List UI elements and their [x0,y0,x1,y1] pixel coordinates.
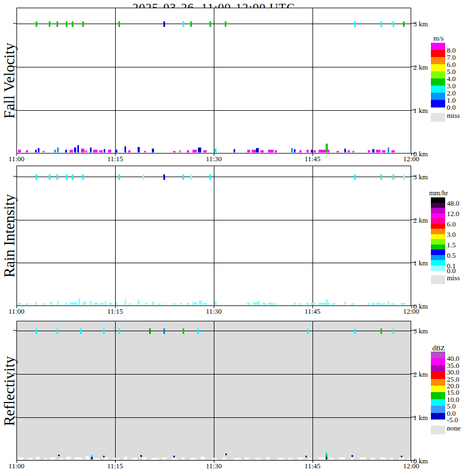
colorbar-block [431,250,445,255]
echo-speck-surface [326,299,328,305]
time-tick-label: 11:00 [4,155,29,163]
panel-fall-velocity [16,8,411,154]
echo-speck-3km [56,174,58,180]
echo-speck-surface [201,457,205,460]
echo-speck-surface [329,458,334,460]
echo-speck-surface [138,300,140,305]
echo-speck-3km [56,328,58,334]
colorbar-tick-label: 6.0 [447,220,456,227]
echo-speck-surface [54,150,56,152]
echo-speck-surface [192,150,197,152]
echo-speck-surface [351,455,353,457]
echo-speck-surface [223,457,226,460]
echo-speck-surface [326,144,328,152]
echo-speck-surface [212,458,217,460]
colorbar-block [431,392,445,399]
colorbar-block [431,93,445,100]
colorbar-block [431,352,445,359]
km-tick [411,66,416,67]
echo-speck-surface [199,301,202,305]
time-tick [411,306,412,308]
colorbar-block [431,71,445,79]
time-tick-label: 11:30 [201,308,226,315]
time-gridline [115,166,116,305]
colorbar-tick-label: 0.5 [447,251,456,258]
echo-speck-surface [173,456,175,457]
colorbar-missing-label: miss [447,274,460,281]
echo-speck-3km [354,21,356,27]
time-height-chart: 2025-03-26 11:00-12:00 UTC Fall Velocity… [0,0,466,476]
echo-speck-surface [399,457,405,460]
echo-speck-surface [275,150,277,152]
echo-speck-surface [90,148,92,152]
echo-speck-3km [197,328,199,334]
colorbar-missing-label: miss [447,112,460,119]
km-tick-label: 1 km [413,107,428,114]
echo-speck-surface [234,458,241,460]
echo-speck-surface [203,150,207,152]
echo-speck-surface [256,148,259,152]
echo-speck-surface [298,457,303,460]
echo-speck-surface [245,457,249,460]
colorbar-block [431,255,445,260]
colorbar-block [431,64,445,72]
km-tick [411,417,416,417]
echo-speck-surface [348,150,350,152]
echo-speck-surface [332,303,336,305]
echo-speck-surface [172,458,177,460]
echo-speck-surface [319,457,326,460]
echo-speck-surface [18,303,21,305]
panel-label-reflectivity: Reflectivity [1,356,18,426]
colorbar-block [431,208,445,213]
km-tick [13,417,16,417]
echo-speck-surface [339,457,345,460]
echo-speck-surface [360,457,366,460]
echo-speck-surface [192,302,197,305]
colorbar-block [431,203,445,208]
km-tick [411,153,416,154]
colorbar-block [431,57,445,65]
colorbar-block [431,265,445,271]
echo-speck-surface [311,303,315,305]
echo-speck-surface [57,301,59,305]
time-tick-label: 11:30 [201,155,226,163]
echo-speck-surface [104,457,108,460]
km-tick [411,330,416,331]
echo-speck-surface [382,303,385,305]
echo-speck-surface [83,302,86,305]
colorbar-block [431,399,445,406]
echo-speck-surface [38,148,39,152]
echo-speck-surface [277,458,284,460]
echo-speck-surface [91,457,93,460]
time-gridline [312,321,313,460]
echo-speck-3km [82,21,84,27]
echo-speck-surface [173,151,175,152]
echo-speck-surface [65,303,67,305]
echo-speck-surface [124,299,126,305]
echo-speck-surface [388,301,389,305]
time-gridline [214,8,214,153]
echo-speck-surface [380,457,385,460]
echo-speck-surface [43,151,44,152]
time-tick [115,154,116,156]
echo-speck-3km [403,174,405,180]
km-tick [13,66,16,67]
colorbar-missing-label: none [447,424,461,432]
echo-speck-surface [158,303,161,305]
echo-speck-surface [291,148,293,152]
echo-speck-surface [187,150,189,152]
time-gridline [312,166,313,305]
colorbar-block [431,372,445,379]
echo-speck-surface [58,455,60,456]
echo-speck-surface [70,150,73,152]
echo-speck-surface [180,303,182,305]
colorbar-block [431,406,445,413]
echo-speck-surface [94,458,99,460]
echo-speck-3km [403,21,405,27]
colorbar-block [431,234,445,240]
km-tick [411,305,416,306]
time-tick [214,306,214,308]
echo-speck-surface [173,303,175,305]
echo-speck-3km [149,328,151,334]
colorbar-block [431,239,445,245]
